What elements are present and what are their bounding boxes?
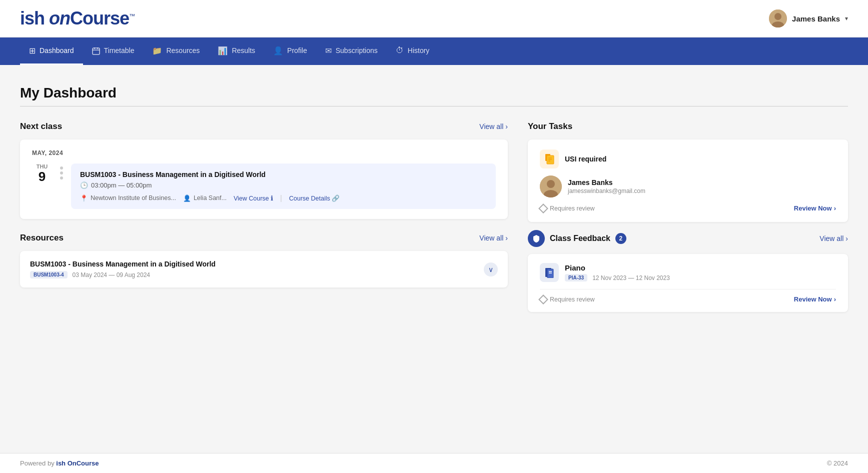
nav-label-timetable: Timetable [104, 46, 135, 54]
nav-item-profile[interactable]: 👤 Profile [264, 38, 316, 65]
top-header: ish onCourse™ James Banks ▾ [0, 0, 868, 38]
page-footer: Powered by ish OnCourse © 2024 [0, 453, 868, 473]
nav-item-history[interactable]: ⏱ History [387, 38, 439, 65]
task-user-info: James Banks jamesswinbanks@gmail.com [568, 178, 645, 194]
tasks-column: Your Tasks USI required [528, 122, 848, 312]
dashboard-icon: ⊞ [29, 46, 36, 56]
separator: | [280, 194, 282, 202]
nav-label-subscriptions: Subscriptions [336, 46, 378, 54]
left-column: Next class View all › MAY, 2024 THU 9 [20, 122, 508, 312]
profile-icon: 👤 [273, 46, 283, 56]
chevron-right-icon: › [505, 234, 508, 242]
nav-label-history: History [408, 46, 430, 54]
nav-item-resources[interactable]: 📁 Resources [143, 38, 209, 65]
feedback-review-now-link[interactable]: Review Now › [794, 296, 836, 303]
chevron-right-icon: › [845, 234, 848, 242]
next-class-card: MAY, 2024 THU 9 BUSM1003 - Business Mana… [20, 140, 508, 219]
task-user-avatar [540, 176, 562, 198]
dashboard-grid: Next class View all › MAY, 2024 THU 9 [20, 122, 848, 312]
dot [60, 166, 63, 170]
review-now-link[interactable]: Review Now › [794, 204, 836, 212]
svg-point-13 [547, 180, 555, 188]
footer-brand: Powered by ish OnCourse [20, 460, 99, 467]
link-icon: 🔗 [332, 195, 340, 202]
logo-text: ish onCourse™ [20, 8, 135, 28]
feedback-shield-icon [528, 230, 545, 247]
view-course-link[interactable]: View Course ℹ [234, 194, 273, 202]
nav-label-results: Results [232, 46, 255, 54]
user-name-label: James Banks [792, 14, 840, 23]
task-user-email: jamesswinbanks@gmail.com [568, 188, 645, 194]
class-info-box: BUSM1003 - Business Management in a Digi… [71, 164, 496, 209]
arrow-right-icon: › [834, 296, 836, 303]
resources-view-all[interactable]: View all › [479, 234, 508, 242]
usi-task-footer: Requires review Review Now › [540, 204, 836, 212]
resource-info: BUSM1003 - Business Management in a Digi… [30, 260, 216, 278]
feedback-course-info: Piano PIA-33 12 Nov 2023 — 12 Nov 2023 [565, 264, 670, 282]
course-details-link[interactable]: Course Details 🔗 [289, 194, 340, 202]
dot [60, 176, 63, 180]
feedback-title-row: Class Feedback 2 [528, 230, 626, 247]
resource-item: BUSM1003 - Business Management in a Digi… [20, 251, 508, 288]
usi-task-icon [540, 150, 559, 168]
next-class-view-all[interactable]: View all › [479, 122, 508, 130]
next-class-title: Next class [20, 122, 62, 132]
class-time-value: 03:00pm — 05:00pm [91, 182, 152, 189]
class-name: BUSM1003 - Business Management in a Digi… [80, 170, 487, 178]
resources-icon: 📁 [152, 46, 162, 56]
next-class-header: Next class View all › [20, 122, 508, 132]
task-user-name: James Banks [568, 178, 645, 186]
svg-point-1 [774, 13, 781, 20]
subscriptions-icon: ✉ [325, 46, 332, 56]
instructor-text: Lelia Sanf... [194, 194, 227, 202]
location-meta: 📍 Newtown Institute of Busines... [80, 194, 176, 202]
resource-meta: BUSM1003-4 03 May 2024 — 09 Aug 2024 [30, 271, 216, 278]
arrow-right-icon: › [834, 204, 836, 212]
day-block: THU 9 [32, 164, 52, 184]
feedback-course-name: Piano [565, 264, 670, 272]
feedback-course-meta: PIA-33 12 Nov 2023 — 12 Nov 2023 [565, 274, 670, 282]
usi-user-row: James Banks jamesswinbanks@gmail.com [540, 176, 836, 198]
expand-button[interactable]: ∨ [484, 262, 498, 276]
svg-rect-16 [547, 269, 553, 278]
nav-item-timetable[interactable]: Timetable [83, 38, 144, 65]
feedback-card: Piano PIA-33 12 Nov 2023 — 12 Nov 2023 R… [528, 254, 848, 312]
avatar [769, 10, 787, 28]
info-icon: ℹ [271, 195, 273, 202]
diamond-icon [538, 204, 548, 214]
resource-tag: BUSM1003-4 [30, 271, 68, 278]
nav-item-dashboard[interactable]: ⊞ Dashboard [20, 38, 83, 65]
usi-task-type: USI required [565, 155, 606, 163]
instructor-meta: 👤 Lelia Sanf... [183, 194, 227, 202]
user-menu[interactable]: James Banks ▾ [769, 10, 848, 28]
chevron-down-icon: ∨ [488, 266, 493, 274]
results-icon: 📊 [218, 46, 228, 56]
main-content: My Dashboard Next class View all › MAY, … [0, 65, 868, 332]
person-icon: 👤 [183, 194, 191, 202]
chevron-right-icon: › [505, 122, 508, 130]
nav-item-subscriptions[interactable]: ✉ Subscriptions [316, 38, 387, 65]
nav-item-results[interactable]: 📊 Results [209, 38, 264, 65]
clock-icon: 🕒 [80, 182, 88, 189]
resource-name: BUSM1003 - Business Management in a Digi… [30, 260, 216, 268]
svg-rect-3 [93, 48, 100, 54]
dot [60, 172, 63, 174]
book-icon [540, 263, 559, 282]
class-meta: 📍 Newtown Institute of Busines... 👤 Leli… [80, 194, 487, 202]
requires-review-text: Requires review [550, 205, 595, 212]
date-label: MAY, 2024 [32, 150, 496, 156]
logo: ish onCourse™ [20, 8, 135, 29]
course-tag: PIA-33 [565, 274, 587, 282]
feedback-card-footer: Requires review Review Now › [540, 289, 836, 303]
feedback-view-all[interactable]: View all › [819, 234, 848, 242]
timeline [60, 164, 63, 180]
class-feedback-section: Class Feedback 2 View all › [528, 230, 848, 312]
class-row: THU 9 BUSM1003 - Business Management in … [32, 164, 496, 209]
feedback-requires-review: Requires review [540, 296, 595, 303]
history-icon: ⏱ [396, 46, 404, 55]
resource-date: 03 May 2024 — 09 Aug 2024 [73, 272, 150, 278]
resources-header: Resources View all › [20, 233, 508, 243]
location-text: Newtown Institute of Busines... [91, 194, 176, 202]
timetable-icon [92, 46, 100, 55]
footer-brand-name: ish OnCourse [56, 460, 99, 467]
